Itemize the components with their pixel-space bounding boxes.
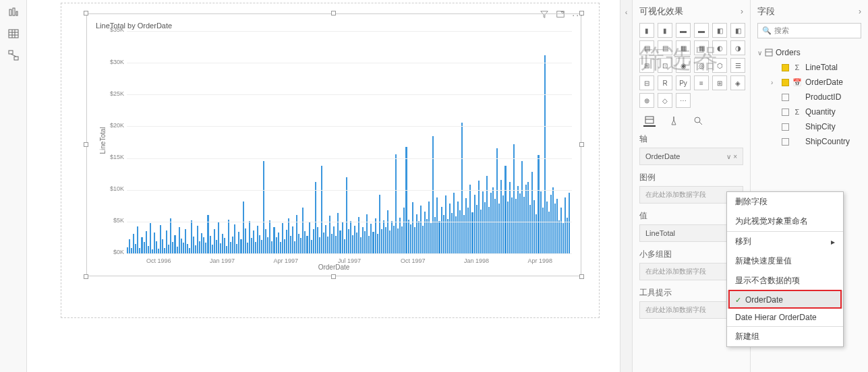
bar[interactable] xyxy=(160,225,161,253)
bar[interactable] xyxy=(286,230,287,253)
bar[interactable] xyxy=(259,235,260,253)
bar[interactable] xyxy=(449,204,451,253)
bar[interactable] xyxy=(453,193,455,254)
bar[interactable] xyxy=(148,246,149,253)
bar[interactable] xyxy=(463,215,465,254)
bar[interactable] xyxy=(234,224,235,253)
field-checkbox[interactable] xyxy=(782,94,789,101)
bar[interactable] xyxy=(372,232,374,253)
viz-type-icon[interactable]: ⬡ xyxy=(712,58,727,73)
bar[interactable] xyxy=(154,232,155,253)
viz-type-icon[interactable]: ▦ xyxy=(694,40,709,55)
bar[interactable] xyxy=(397,228,399,253)
bar[interactable] xyxy=(253,230,254,253)
bar[interactable] xyxy=(315,182,316,253)
bar[interactable] xyxy=(327,237,328,253)
bar[interactable] xyxy=(393,226,395,253)
bar[interactable] xyxy=(379,195,380,253)
bar[interactable] xyxy=(424,212,426,253)
viz-type-icon[interactable]: ◎ xyxy=(694,58,709,73)
bar[interactable] xyxy=(447,219,449,253)
bar[interactable] xyxy=(263,161,264,253)
bar[interactable] xyxy=(284,239,285,253)
bar[interactable] xyxy=(172,242,173,253)
bar[interactable] xyxy=(375,218,376,253)
resize-handle[interactable] xyxy=(579,11,584,16)
bar[interactable] xyxy=(187,244,188,253)
bar[interactable] xyxy=(556,199,558,253)
context-menu-item[interactable]: 新建快速度量值 xyxy=(727,251,843,271)
bar[interactable] xyxy=(199,241,200,253)
bar[interactable] xyxy=(133,234,134,253)
bar[interactable] xyxy=(191,220,192,253)
viz-type-icon[interactable]: ◇ xyxy=(658,93,672,108)
field-checkbox[interactable] xyxy=(782,79,789,86)
bar[interactable] xyxy=(558,220,560,253)
viz-type-icon[interactable]: Py xyxy=(676,75,691,90)
bar[interactable] xyxy=(364,231,366,253)
bar[interactable] xyxy=(321,166,322,253)
field-item[interactable]: ΣQuantity xyxy=(757,104,861,119)
viz-type-icon[interactable]: ▮ xyxy=(658,23,672,38)
field-checkbox[interactable] xyxy=(782,108,789,116)
analytics-tab-icon[interactable] xyxy=(692,115,704,127)
bar[interactable] xyxy=(387,210,388,253)
bar[interactable] xyxy=(504,166,506,253)
bar[interactable] xyxy=(243,202,244,253)
bar[interactable] xyxy=(210,236,211,253)
bar[interactable] xyxy=(467,208,469,253)
bar[interactable] xyxy=(183,243,184,253)
viz-type-icon[interactable]: ≡ xyxy=(694,75,709,90)
bar[interactable] xyxy=(127,247,128,253)
bar[interactable] xyxy=(428,202,430,253)
bar[interactable] xyxy=(348,229,349,253)
format-tab-icon[interactable] xyxy=(668,115,680,127)
bar[interactable] xyxy=(197,226,198,253)
bar[interactable] xyxy=(247,243,248,253)
column-chart-visual[interactable]: ··· LineTotal by OrderDate LineTotal Ord… xyxy=(86,13,581,276)
bar[interactable] xyxy=(222,234,223,253)
bar[interactable] xyxy=(216,240,217,253)
bar[interactable] xyxy=(226,246,227,253)
collapse-viz-panel-icon[interactable]: › xyxy=(741,7,743,16)
bar[interactable] xyxy=(265,229,266,253)
viz-type-icon[interactable]: ◧ xyxy=(730,23,745,38)
bar[interactable] xyxy=(245,228,246,253)
bar[interactable] xyxy=(257,226,258,253)
bar[interactable] xyxy=(236,244,237,253)
viz-type-icon[interactable]: ⊞ xyxy=(712,75,727,90)
bar[interactable] xyxy=(565,197,566,253)
bar[interactable] xyxy=(339,230,341,253)
bar[interactable] xyxy=(509,182,511,253)
bar[interactable] xyxy=(500,180,502,253)
bar[interactable] xyxy=(181,239,182,253)
bar[interactable] xyxy=(569,193,570,254)
bar[interactable] xyxy=(335,236,337,253)
bar[interactable] xyxy=(457,202,459,253)
bar[interactable] xyxy=(525,185,527,253)
bar[interactable] xyxy=(166,230,167,253)
expand-icon[interactable]: › xyxy=(771,79,778,86)
resize-handle[interactable] xyxy=(579,274,584,279)
bar[interactable] xyxy=(292,226,293,253)
bar[interactable] xyxy=(395,154,397,253)
bar[interactable] xyxy=(158,249,159,253)
bar[interactable] xyxy=(174,235,175,253)
bar[interactable] xyxy=(533,200,535,253)
viz-type-icon[interactable]: ▤ xyxy=(658,40,672,55)
bar[interactable] xyxy=(269,220,270,253)
bar[interactable] xyxy=(146,231,147,253)
bar[interactable] xyxy=(298,234,299,253)
field-checkbox[interactable] xyxy=(782,138,789,146)
bar[interactable] xyxy=(527,182,529,253)
bar[interactable] xyxy=(294,241,295,253)
bar[interactable] xyxy=(205,243,206,253)
bar[interactable] xyxy=(261,240,262,253)
bar[interactable] xyxy=(358,217,359,253)
bar[interactable] xyxy=(441,207,442,253)
bar[interactable] xyxy=(337,213,339,253)
bar[interactable] xyxy=(438,221,440,253)
bar[interactable] xyxy=(432,136,434,253)
bar[interactable] xyxy=(490,193,492,253)
field-item[interactable]: ΣLineTotal xyxy=(757,60,861,75)
